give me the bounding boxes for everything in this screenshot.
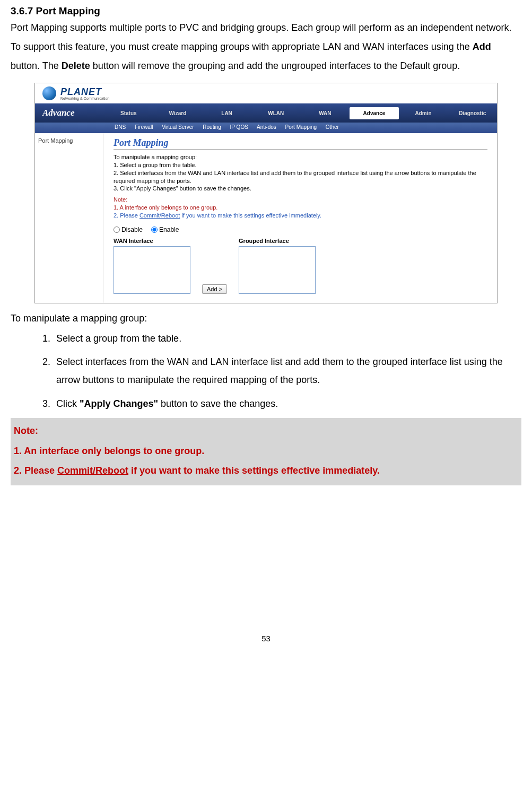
note-box: Note: 1. An interface only belongs to on…: [11, 418, 521, 485]
step-3-prefix: Click: [56, 398, 80, 409]
tab-advance[interactable]: Advance: [350, 107, 399, 119]
subnav-virtual-server[interactable]: Virtual Server: [162, 124, 194, 130]
subnav-routing[interactable]: Routing: [203, 124, 221, 130]
ins-note2a: 2. Please: [114, 212, 139, 219]
radio-disable-text: Disable: [121, 226, 143, 233]
intro-text-1: Port Mapping supports multiple ports to …: [11, 22, 512, 52]
commit-reboot-link[interactable]: Commit/Reboot: [139, 212, 180, 219]
logo-main: PLANET: [60, 87, 109, 97]
ins-note1: 1. A interface only belongs to one group…: [114, 204, 487, 212]
subnav-dns[interactable]: DNS: [115, 124, 126, 130]
intro-text-3: button will remove the grouping and add …: [90, 60, 460, 71]
note-line-2b: if you want to make this settings effect…: [128, 465, 380, 476]
tab-lan[interactable]: LAN: [202, 107, 251, 119]
sidebar: Port Mapping: [35, 133, 104, 303]
add-button[interactable]: Add >: [202, 284, 227, 294]
wan-interface-listbox[interactable]: [114, 246, 190, 294]
radio-enable-label[interactable]: Enable: [151, 226, 179, 233]
sidebar-item-port-mapping[interactable]: Port Mapping: [38, 137, 103, 144]
logo-bar: PLANET Networking & Communication: [35, 83, 497, 103]
subnav: DNS Firewall Virtual Server Routing IP Q…: [35, 123, 497, 133]
ins-note2: 2. Please Commit/Reboot if you want to m…: [114, 212, 487, 220]
step-2: Select interfaces from the WAN and LAN i…: [53, 353, 521, 389]
subnav-anti-dos[interactable]: Anti-dos: [257, 124, 276, 130]
grouped-interface-label: Grouped Interface: [239, 238, 316, 244]
logo-text: PLANET Networking & Communication: [60, 87, 109, 100]
intro-paragraph: Port Mapping supports multiple ports to …: [11, 18, 521, 75]
tab-wlan[interactable]: WLAN: [251, 107, 301, 119]
add-button-col: Add >: [202, 238, 227, 295]
ins-l3: 3. Click "Apply Changes" button to save …: [114, 185, 487, 193]
tab-status[interactable]: Status: [104, 107, 153, 119]
ins-l1: 1. Select a group from the table.: [114, 161, 487, 169]
panel-instructions: To manipulate a mapping group: 1. Select…: [114, 153, 487, 220]
tab-diagnostic[interactable]: Diagnostic: [448, 107, 497, 119]
delete-label: Delete: [62, 60, 90, 71]
add-label: Add: [473, 41, 491, 52]
router-ui-screenshot: PLANET Networking & Communication Advanc…: [34, 83, 498, 303]
nav-brand: Advance: [35, 108, 104, 118]
intro-text-2: button. The: [11, 60, 62, 71]
steps-list: Select a group from the table. Select in…: [11, 329, 521, 413]
note-line-2a: 2. Please: [14, 465, 57, 476]
note-title: Note:: [14, 421, 518, 441]
radio-disable-label[interactable]: Disable: [114, 226, 143, 233]
subnav-other[interactable]: Other: [326, 124, 339, 130]
subnav-port-mapping[interactable]: Port Mapping: [285, 124, 317, 130]
radio-enable[interactable]: [151, 227, 158, 233]
subnav-ip-qos[interactable]: IP QOS: [230, 124, 248, 130]
step-3-suffix: button to save the changes.: [158, 398, 278, 409]
main-nav: Advance Status Wizard LAN WLAN WAN Advan…: [35, 103, 497, 123]
panel-title: Port Mapping: [114, 137, 487, 150]
tab-wizard[interactable]: Wizard: [153, 107, 203, 119]
subnav-firewall[interactable]: Firewall: [135, 124, 153, 130]
grouped-interface-listbox[interactable]: [239, 246, 316, 294]
step-3: Click "Apply Changes" button to save the…: [53, 395, 521, 413]
interface-row: WAN Interface Add > Grouped Interface: [114, 238, 487, 295]
note-line-1: 1. An interface only belongs to one grou…: [14, 441, 518, 462]
section-heading: 3.6.7 Port Mapping: [11, 5, 521, 17]
logo-sub: Networking & Communication: [60, 97, 109, 100]
step-1: Select a group from the table.: [53, 329, 521, 347]
wan-interface-label: WAN Interface: [114, 238, 190, 244]
page-number: 53: [11, 634, 521, 643]
ins-note-head: Note:: [114, 196, 487, 204]
nav-tabs: Status Wizard LAN WLAN WAN Advance Admin…: [104, 107, 497, 119]
config-panel: Port Mapping To manipulate a mapping gro…: [104, 133, 497, 303]
manipulate-heading: To manipulate a mapping group:: [11, 313, 521, 324]
disable-enable-row: Disable Enable: [114, 226, 487, 233]
tab-admin[interactable]: Admin: [399, 107, 448, 119]
tab-wan[interactable]: WAN: [301, 107, 350, 119]
wan-interface-col: WAN Interface: [114, 238, 190, 294]
radio-enable-text: Enable: [159, 226, 179, 233]
ins-note2b: if you want to make this settings effect…: [180, 212, 321, 219]
ins-l2: 2. Select interfaces from the WAN and LA…: [114, 169, 487, 185]
radio-disable[interactable]: [114, 227, 120, 233]
content-area: Port Mapping Port Mapping To manipulate …: [35, 133, 497, 303]
grouped-interface-col: Grouped Interface: [239, 238, 316, 294]
step-3-bold: "Apply Changes": [80, 398, 158, 409]
note-line-2: 2. Please Commit/Reboot if you want to m…: [14, 461, 518, 481]
ins-l0: To manipulate a mapping group:: [114, 153, 487, 161]
logo-globe-icon: [42, 86, 56, 100]
note-commit-reboot: Commit/Reboot: [57, 465, 128, 476]
